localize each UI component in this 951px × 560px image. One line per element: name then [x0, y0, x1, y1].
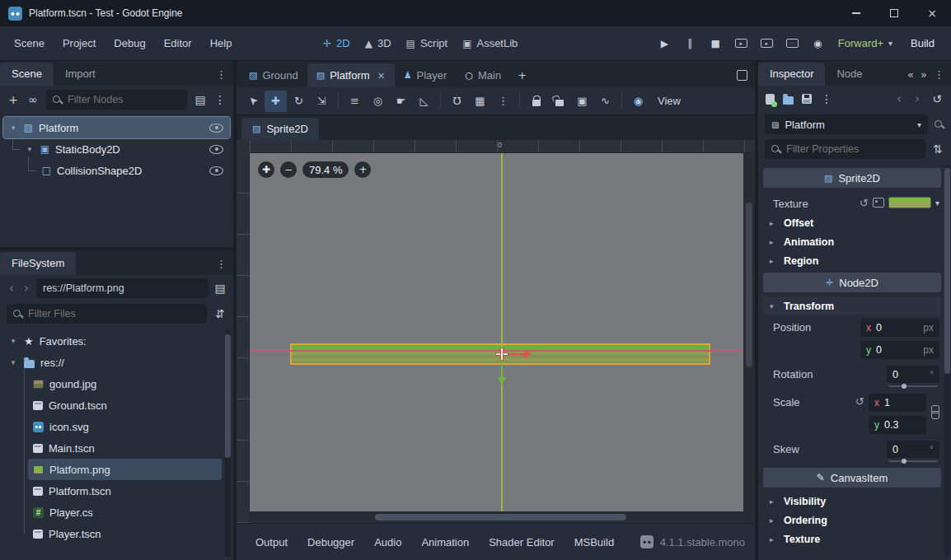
move-gizmo-y-arrow[interactable]: [501, 357, 503, 377]
bottom-tab-animation[interactable]: Animation: [412, 530, 478, 555]
file-row[interactable]: Platform.tscn: [28, 480, 222, 502]
link-scale-icon[interactable]: [930, 405, 939, 419]
skeleton-options-icon[interactable]: ∿: [594, 91, 616, 112]
collapse-arrow-icon[interactable]: ▾: [25, 145, 35, 153]
scene-dock-menu-icon[interactable]: ⋮: [216, 68, 227, 81]
canvas[interactable]: ✚ − 79.4 % +: [250, 153, 755, 523]
list-select-tool-icon[interactable]: ≡: [344, 91, 366, 112]
split-view-icon[interactable]: ▤: [213, 282, 227, 295]
file-row[interactable]: # Player.cs: [28, 502, 222, 523]
attach-script-button[interactable]: ▤: [194, 93, 207, 106]
snap-options-menu-icon[interactable]: ⋮: [492, 91, 514, 112]
file-row[interactable]: gound.jpg: [28, 373, 222, 394]
sort-files-icon[interactable]: ⇵: [213, 307, 227, 320]
tab-inspector[interactable]: Inspector: [758, 63, 825, 86]
scene-tab-ground[interactable]: ▨ Ground: [240, 63, 307, 87]
maximize-button[interactable]: [875, 0, 913, 26]
add-node-button[interactable]: +: [7, 93, 20, 106]
movie-maker-button[interactable]: ⋯: [780, 33, 804, 54]
menu-editor[interactable]: Editor: [155, 32, 201, 54]
scrollbar-thumb[interactable]: [746, 203, 752, 367]
lock-selected-icon[interactable]: [525, 91, 547, 112]
file-row[interactable]: Ground.tscn: [28, 394, 222, 416]
group-texture[interactable]: ▸ Texture: [763, 530, 941, 548]
move-tool-icon[interactable]: ✚: [265, 91, 287, 112]
edited-node-chip[interactable]: ▨ Sprite2D: [241, 118, 319, 140]
res-root-row[interactable]: ▾ res://: [3, 352, 222, 373]
new-resource-icon[interactable]: [766, 94, 775, 105]
revert-icon[interactable]: ↺: [855, 394, 864, 408]
origin-crosshair[interactable]: [496, 348, 508, 360]
tab-scene[interactable]: Scene: [0, 63, 54, 86]
play-custom-scene-button[interactable]: ▸: [755, 33, 779, 54]
smart-snap-icon[interactable]: Ω: [446, 91, 468, 112]
path-input[interactable]: [43, 282, 202, 294]
object-selector[interactable]: ▨ Platform ▾: [765, 114, 928, 134]
tree-row-staticbody2d[interactable]: ▾ ▣ StaticBody2D: [3, 138, 230, 160]
zoom-level[interactable]: 79.4 %: [302, 161, 349, 178]
bottom-tab-output[interactable]: Output: [246, 530, 297, 555]
group-animation[interactable]: ▸ Animation: [763, 232, 941, 251]
scene-tab-main[interactable]: ○ Main: [456, 63, 510, 87]
pan-tool-icon[interactable]: ☛: [390, 91, 412, 112]
scale-y-field[interactable]: y 0.3: [869, 416, 926, 434]
menu-help[interactable]: Help: [201, 32, 241, 54]
rotate-tool-icon[interactable]: ↻: [288, 91, 310, 112]
scale-tool-icon[interactable]: ⇲: [311, 91, 333, 112]
renderer-dropdown[interactable]: Forward+ ▾: [832, 34, 899, 53]
inspector-dock-menu-icon[interactable]: ⋮: [934, 68, 944, 81]
close-button[interactable]: ×: [913, 0, 951, 26]
scene-tab-player[interactable]: ♟ Player: [395, 63, 457, 87]
vertical-scrollbar[interactable]: [743, 153, 755, 511]
tab-filesystem[interactable]: FileSystem: [0, 252, 76, 275]
collapse-arrow-icon[interactable]: ▾: [8, 337, 18, 345]
scale-x-field[interactable]: x 1: [869, 394, 926, 412]
tab-node[interactable]: Node: [825, 63, 874, 86]
tab-scroll-right-icon[interactable]: »: [921, 68, 927, 81]
revert-icon[interactable]: ↺: [860, 195, 869, 209]
skew-slider[interactable]: [888, 460, 938, 462]
select-tool-icon[interactable]: ➤: [237, 86, 268, 116]
group-ordering[interactable]: ▸ Ordering: [763, 511, 941, 530]
texture-preview[interactable]: [888, 197, 931, 208]
center-view-icon[interactable]: ✚: [258, 161, 274, 178]
file-row[interactable]: Player.tscn: [28, 523, 222, 544]
tree-row-collisionshape2d[interactable]: □ CollisionShape2D: [3, 160, 230, 181]
grid-snap-icon[interactable]: ▦: [469, 91, 491, 112]
filter-properties-input[interactable]: [786, 143, 920, 155]
scrollbar-thumb[interactable]: [375, 514, 626, 520]
bottom-tab-audio[interactable]: Audio: [365, 530, 410, 555]
load-resource-icon[interactable]: [783, 96, 794, 105]
collapse-arrow-icon[interactable]: ▾: [8, 124, 18, 132]
pivot-tool-icon[interactable]: ◎: [367, 91, 389, 112]
file-row[interactable]: Main.tscn: [28, 437, 222, 459]
mode-assetlib-button[interactable]: ▣ AssetLib: [462, 37, 518, 49]
history-forward-icon[interactable]: ›: [912, 91, 922, 106]
bottom-tab-msbuild[interactable]: MSBuild: [565, 530, 623, 555]
close-tab-icon[interactable]: ×: [377, 70, 386, 82]
minimize-button[interactable]: [837, 0, 875, 26]
play-button[interactable]: ▶: [653, 33, 677, 54]
scene-tree-menu-icon[interactable]: ⋮: [213, 93, 227, 106]
bottom-tab-shader-editor[interactable]: Shader Editor: [480, 530, 564, 555]
filesystem-menu-icon[interactable]: ⋮: [216, 258, 227, 270]
zoom-out-button[interactable]: −: [280, 161, 297, 178]
mode-2d-button[interactable]: ✛ 2D: [323, 37, 350, 49]
menu-debug[interactable]: Debug: [105, 32, 154, 54]
tab-import[interactable]: Import: [54, 63, 107, 86]
menu-project[interactable]: Project: [54, 32, 105, 54]
instance-scene-button[interactable]: ∞: [26, 93, 40, 106]
chevron-down-icon[interactable]: ▾: [935, 195, 939, 208]
menu-scene[interactable]: Scene: [5, 32, 54, 54]
nav-back-icon[interactable]: ‹: [7, 281, 16, 296]
favorites-row[interactable]: ▾ ★ Favorites:: [3, 330, 222, 352]
filter-files-input[interactable]: [28, 308, 201, 320]
tab-scroll-left-icon[interactable]: «: [907, 68, 914, 81]
rotation-slider[interactable]: [888, 385, 938, 387]
file-row[interactable]: icon.svg: [28, 416, 222, 437]
play-scene-button[interactable]: ▸: [729, 33, 753, 54]
expand-viewport-icon[interactable]: [737, 70, 747, 81]
mode-3d-button[interactable]: ▲ 3D: [365, 37, 391, 49]
visibility-eye-icon[interactable]: [209, 166, 223, 175]
property-tools-icon[interactable]: ⇅: [931, 142, 944, 156]
